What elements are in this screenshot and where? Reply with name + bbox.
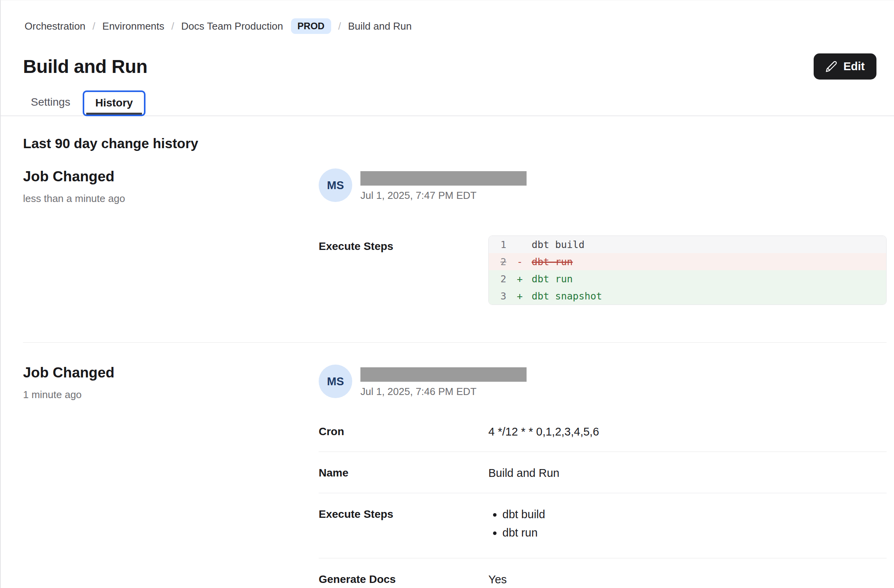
- event-relative-time: 1 minute ago: [23, 389, 319, 401]
- redacted-user-name: [360, 367, 527, 382]
- execute-steps-list: dbt build dbt run: [502, 508, 887, 545]
- tab-history[interactable]: History: [83, 90, 145, 116]
- event-name: Job Changed: [23, 168, 319, 185]
- avatar: MS: [319, 365, 352, 398]
- field-value: Build and Run: [488, 467, 887, 480]
- list-item: dbt build: [502, 508, 887, 521]
- section-title: Last 90 day change history: [23, 136, 894, 151]
- entry-summary: Job Changed 1 minute ago: [23, 365, 319, 588]
- breadcrumb-orchestration[interactable]: Orchestration: [25, 20, 85, 32]
- field-value: Yes: [488, 573, 887, 586]
- breadcrumb-current-job: Build and Run: [348, 20, 412, 32]
- list-item: dbt run: [502, 526, 887, 539]
- edit-button[interactable]: Edit: [814, 53, 876, 80]
- tab-settings[interactable]: Settings: [24, 90, 77, 115]
- actor-row: MS Jul 1, 2025, 7:47 PM EDT: [319, 168, 887, 202]
- diff-line-context: 1 dbt build: [489, 236, 886, 253]
- redacted-user-name: [360, 171, 527, 186]
- tab-bar: Settings History: [1, 90, 894, 116]
- field-label: Name: [319, 467, 488, 480]
- actor-row: MS Jul 1, 2025, 7:46 PM EDT: [319, 365, 887, 398]
- history-entry: Job Changed less than a minute ago MS Ju…: [23, 168, 887, 305]
- page-title: Build and Run: [23, 56, 147, 77]
- breadcrumb-separator: /: [338, 20, 341, 32]
- diff-line-added: 3 +dbt snapshot: [489, 287, 886, 305]
- execute-steps-change: Execute Steps 1 dbt build 2 -dbt run 2 +…: [319, 236, 887, 305]
- avatar: MS: [319, 168, 352, 202]
- breadcrumb: Orchestration / Environments / Docs Team…: [1, 0, 894, 34]
- tab-history-label: History: [84, 92, 144, 115]
- event-timestamp: Jul 1, 2025, 7:47 PM EDT: [360, 190, 527, 202]
- job-history-page: Orchestration / Environments / Docs Team…: [0, 0, 894, 588]
- field-row-name: Name Build and Run: [319, 452, 887, 493]
- event-name: Job Changed: [23, 365, 319, 381]
- field-value: 4 */12 * * 0,1,2,3,4,5,6: [488, 425, 887, 438]
- entry-summary: Job Changed less than a minute ago: [23, 168, 319, 305]
- page-header: Build and Run Edit: [23, 53, 876, 80]
- pencil-icon: [825, 60, 837, 73]
- field-row-execute-steps: Execute Steps dbt build dbt run: [319, 493, 887, 558]
- entry-divider: [23, 342, 887, 343]
- breadcrumb-separator: /: [171, 20, 174, 32]
- field-label: Execute Steps: [319, 236, 488, 305]
- field-row-generate-docs: Generate Docs Yes: [319, 558, 887, 588]
- diff-line-added: 2 +dbt run: [489, 270, 886, 287]
- field-label: Cron: [319, 425, 488, 438]
- breadcrumb-environments[interactable]: Environments: [102, 20, 164, 32]
- field-label: Generate Docs: [319, 573, 488, 586]
- event-timestamp: Jul 1, 2025, 7:46 PM EDT: [360, 386, 527, 398]
- diff-line-removed: 2 -dbt run: [489, 253, 886, 270]
- edit-button-label: Edit: [843, 60, 865, 73]
- event-relative-time: less than a minute ago: [23, 193, 319, 205]
- execute-steps-diff: 1 dbt build 2 -dbt run 2 +dbt run 3 +dbt…: [488, 236, 887, 305]
- field-label: Execute Steps: [319, 508, 488, 545]
- history-entry: Job Changed 1 minute ago MS Jul 1, 2025,…: [23, 365, 887, 588]
- field-row-cron: Cron 4 */12 * * 0,1,2,3,4,5,6: [319, 425, 887, 452]
- breadcrumb-separator: /: [92, 20, 95, 32]
- changed-fields: Cron 4 */12 * * 0,1,2,3,4,5,6 Name Build…: [319, 425, 887, 588]
- breadcrumb-environment-name[interactable]: Docs Team Production: [181, 20, 283, 32]
- prod-environment-badge: PROD: [291, 18, 331, 34]
